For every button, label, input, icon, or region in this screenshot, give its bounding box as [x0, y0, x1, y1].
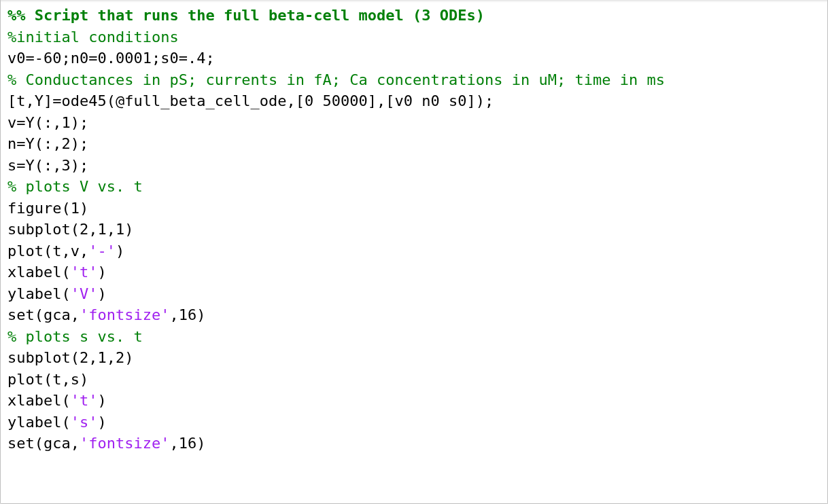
code-token: %% Script that runs the full beta-cell m…: [7, 7, 485, 24]
code-token: subplot(2,1,2): [7, 349, 133, 366]
code-token: 'fontsize': [80, 435, 169, 452]
code-line[interactable]: ylabel('V'): [7, 283, 827, 305]
code-token: ,16): [169, 306, 205, 323]
code-token: ylabel(: [7, 285, 71, 302]
code-line[interactable]: % Conductances in pS; currents in fA; Ca…: [7, 69, 827, 91]
code-line[interactable]: % plots V vs. t: [7, 176, 827, 198]
code-line[interactable]: subplot(2,1,2): [7, 347, 827, 369]
code-line[interactable]: %initial conditions: [7, 26, 827, 48]
code-token: set(gca,: [7, 306, 80, 323]
code-line[interactable]: ylabel('s'): [7, 412, 827, 433]
code-token: figure(1): [7, 200, 88, 217]
code-token: % plots s vs. t: [7, 328, 143, 345]
code-token: ,16): [169, 435, 205, 452]
code-token: %initial conditions: [7, 29, 179, 46]
code-line[interactable]: v0=-60;n0=0.0001;s0=.4;: [7, 48, 827, 69]
code-line[interactable]: n=Y(:,2);: [7, 133, 827, 155]
code-editor-pane[interactable]: %% Script that runs the full beta-cell m…: [0, 0, 828, 504]
code-token: % Conductances in pS; currents in fA; Ca…: [7, 71, 665, 88]
code-token: % plots V vs. t: [7, 178, 143, 195]
code-line[interactable]: plot(t,v,'-'): [7, 240, 827, 262]
code-token: 't': [71, 392, 98, 409]
code-token: '-': [88, 242, 116, 259]
code-token: subplot(2,1,1): [7, 221, 133, 238]
code-text-area[interactable]: %% Script that runs the full beta-cell m…: [7, 5, 827, 454]
code-token: ylabel(: [7, 414, 71, 431]
code-token: 's': [71, 414, 98, 431]
code-line[interactable]: xlabel('t'): [7, 262, 827, 283]
code-line[interactable]: plot(t,s): [7, 369, 827, 391]
code-token: 'V': [71, 285, 98, 302]
code-token: plot(t,s): [7, 371, 88, 388]
code-line[interactable]: set(gca,'fontsize',16): [7, 304, 827, 326]
code-line[interactable]: xlabel('t'): [7, 390, 827, 412]
code-line[interactable]: v=Y(:,1);: [7, 112, 827, 134]
code-line[interactable]: s=Y(:,3);: [7, 155, 827, 177]
code-line[interactable]: [t,Y]=ode45(@full_beta_cell_ode,[0 50000…: [7, 90, 827, 112]
code-token: [t,Y]=ode45(@full_beta_cell_ode,[0 50000…: [7, 92, 494, 109]
code-token: ): [97, 392, 106, 409]
code-token: ): [116, 242, 124, 259]
code-token: v0=-60;n0=0.0001;s0=.4;: [7, 50, 215, 67]
code-token: 'fontsize': [80, 306, 169, 323]
code-token: set(gca,: [7, 435, 80, 452]
code-token: xlabel(: [7, 392, 71, 409]
code-line[interactable]: % plots s vs. t: [7, 326, 827, 348]
code-token: ): [97, 285, 106, 302]
code-token: s=Y(:,3);: [7, 157, 88, 174]
code-line[interactable]: subplot(2,1,1): [7, 219, 827, 240]
code-line[interactable]: %% Script that runs the full beta-cell m…: [7, 5, 827, 26]
code-token: plot(t,v,: [7, 242, 88, 259]
code-token: v=Y(:,1);: [7, 114, 88, 131]
code-token: ): [97, 264, 106, 281]
code-line[interactable]: figure(1): [7, 198, 827, 219]
code-token: xlabel(: [7, 264, 71, 281]
code-line[interactable]: set(gca,'fontsize',16): [7, 433, 827, 454]
code-token: ): [97, 414, 106, 431]
code-token: 't': [71, 264, 98, 281]
code-token: n=Y(:,2);: [7, 135, 88, 152]
